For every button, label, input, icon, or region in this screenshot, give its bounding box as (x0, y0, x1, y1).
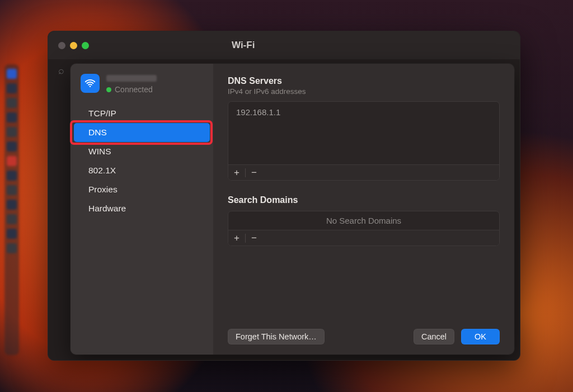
sheet-footer: Forget This Network… Cancel OK (228, 321, 500, 344)
sidebar-item-8021x[interactable]: 802.1X (71, 161, 213, 180)
search-domains-list[interactable]: No Search Domains + − (228, 211, 500, 246)
dns-server-row[interactable]: 192.168.1.1 (236, 107, 491, 117)
search-domains-title: Search Domains (228, 195, 500, 205)
sidebar-item-dns[interactable]: DNS (74, 123, 210, 142)
add-domain-button[interactable]: + (228, 230, 245, 246)
dns-servers-list[interactable]: 192.168.1.1 + − (228, 101, 500, 181)
dns-servers-section: DNS Servers IPv4 or IPv6 addresses 192.1… (228, 76, 500, 181)
dns-section-title: DNS Servers (228, 76, 500, 86)
dock-blur (4, 64, 19, 355)
dns-section-subtitle: IPv4 or IPv6 addresses (228, 87, 500, 96)
search-domains-empty: No Search Domains (228, 211, 499, 230)
ok-button[interactable]: OK (461, 329, 500, 344)
add-dns-button[interactable]: + (228, 165, 245, 181)
sheet-main: DNS Servers IPv4 or IPv6 addresses 192.1… (213, 64, 514, 355)
sidebar-item-wins[interactable]: WINS (71, 142, 213, 161)
network-name-redacted (106, 75, 157, 82)
remove-domain-button[interactable]: − (246, 230, 262, 246)
sidebar-item-tcpip[interactable]: TCP/IP (71, 104, 213, 123)
network-status: Connected (106, 85, 157, 94)
minimize-button[interactable] (70, 42, 77, 49)
sidebar-tabs: TCP/IP DNS WINS 802.1X Proxies Hardware (71, 104, 213, 218)
network-settings-sheet: Connected TCP/IP DNS WINS 802.1X Proxies… (71, 64, 514, 355)
remove-dns-button[interactable]: − (246, 165, 262, 181)
wifi-icon (81, 74, 100, 93)
window-controls (58, 42, 89, 49)
sidebar-item-proxies[interactable]: Proxies (71, 180, 213, 199)
cancel-button[interactable]: Cancel (414, 329, 454, 344)
preferences-window: Wi-Fi ⌕ Connected (48, 31, 520, 361)
sidebar-item-hardware[interactable]: Hardware (71, 199, 213, 218)
svg-point-0 (90, 86, 91, 87)
zoom-button[interactable] (82, 42, 89, 49)
close-button[interactable] (58, 42, 65, 49)
titlebar: Wi-Fi (48, 31, 520, 59)
search-domains-section: Search Domains No Search Domains + − (228, 195, 500, 246)
window-title: Wi-Fi (232, 40, 255, 51)
status-dot-icon (106, 87, 111, 92)
sheet-sidebar: Connected TCP/IP DNS WINS 802.1X Proxies… (71, 64, 213, 355)
forget-network-button[interactable]: Forget This Network… (228, 329, 325, 344)
status-label: Connected (115, 85, 153, 94)
network-header: Connected (71, 74, 213, 102)
